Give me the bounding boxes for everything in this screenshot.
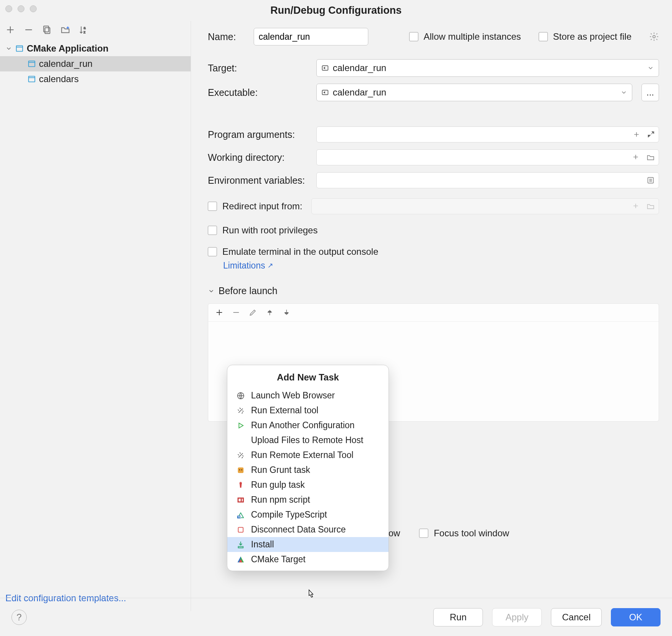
play-icon	[236, 421, 246, 430]
popup-item-label: Run External tool	[251, 405, 318, 416]
apply-button[interactable]: Apply	[492, 608, 542, 626]
prog-args-label: Program arguments:	[208, 129, 307, 140]
task-compile-typescript[interactable]: TS Compile TypeScript	[227, 507, 389, 522]
globe-icon	[236, 391, 246, 401]
checkbox-label: Store as project file	[553, 31, 632, 42]
chevron-down-icon	[5, 45, 12, 52]
before-launch-toolbar	[208, 304, 659, 322]
plus-icon	[632, 202, 640, 210]
dialog-footer: ? Run Apply Cancel OK	[0, 598, 672, 636]
checkbox-box-icon	[539, 32, 548, 41]
remove-task-icon[interactable]	[232, 308, 240, 317]
list-icon[interactable]	[646, 176, 655, 184]
svg-rect-5	[29, 61, 35, 67]
tree-item-calendar-run[interactable]: calendar_run	[0, 56, 191, 71]
task-run-grunt[interactable]: Run Grunt task	[227, 463, 389, 477]
before-launch-header[interactable]: Before launch	[208, 285, 659, 296]
env-vars-label: Environment variables:	[208, 175, 307, 186]
allow-multi-checkbox[interactable]: Allow multiple instances	[409, 31, 521, 42]
move-up-icon[interactable]	[266, 308, 274, 317]
target-label: Target:	[208, 63, 307, 74]
move-down-icon[interactable]	[282, 308, 291, 317]
store-project-checkbox[interactable]: Store as project file	[539, 31, 632, 42]
checkbox-label: Allow multiple instances	[424, 31, 521, 42]
working-dir-label: Working directory:	[208, 152, 307, 163]
popup-item-label: Install	[251, 539, 274, 550]
cancel-button[interactable]: Cancel	[551, 608, 602, 626]
focus-tool-checkbox[interactable]: Focus tool window	[419, 528, 509, 539]
cmake-app-icon	[28, 60, 36, 68]
redirect-input-checkbox[interactable]: Redirect input from:	[208, 201, 302, 212]
expand-icon[interactable]	[647, 131, 655, 138]
task-run-gulp[interactable]: Run gulp task	[227, 477, 389, 492]
chevron-down-icon	[620, 89, 627, 96]
root-priv-checkbox[interactable]: Run with root privileges	[208, 225, 317, 236]
svg-rect-15	[240, 482, 241, 482]
svg-point-14	[241, 469, 242, 470]
add-config-icon[interactable]	[5, 25, 15, 35]
task-run-remote-external-tool[interactable]: Run Remote External Tool	[227, 448, 389, 463]
task-cmake-target[interactable]: CMake Target	[227, 552, 389, 567]
popup-item-label: Disconnect Data Source	[251, 524, 346, 535]
task-upload-files[interactable]: Upload Files to Remote Host	[227, 433, 389, 448]
chevron-down-icon	[647, 65, 654, 71]
window-traffic-lights[interactable]	[5, 5, 37, 12]
ok-button[interactable]: OK	[611, 608, 661, 626]
sidebar: az CMake Application calendar_run calend…	[0, 21, 191, 611]
tree-item-label: calendar_run	[39, 58, 92, 69]
edit-task-icon[interactable]	[249, 308, 257, 317]
gulp-icon	[236, 480, 246, 490]
popup-item-label: Run Another Configuration	[251, 420, 355, 430]
tree-group-cmake[interactable]: CMake Application	[0, 41, 191, 56]
name-input[interactable]	[254, 28, 368, 45]
tree-item-label: calendars	[39, 74, 79, 84]
name-label: Name:	[208, 31, 245, 42]
task-disconnect-data-source[interactable]: Disconnect Data Source	[227, 522, 389, 537]
cmake-app-icon	[28, 75, 36, 83]
combo-value: calendar_run	[333, 63, 386, 73]
square-red-icon	[236, 525, 246, 535]
folder-icon[interactable]	[646, 153, 655, 162]
tree-item-calendars[interactable]: calendars	[0, 71, 191, 87]
remove-config-icon[interactable]	[24, 25, 34, 35]
task-run-npm[interactable]: Run npm script	[227, 492, 389, 507]
section-header-label: Before launch	[219, 285, 277, 296]
env-vars-input[interactable]	[316, 172, 659, 188]
limitations-link[interactable]: Limitations ↗	[223, 261, 273, 270]
task-install[interactable]: Install	[227, 537, 389, 552]
zoom-dot-icon[interactable]	[30, 5, 37, 12]
checkbox-label: Run with root privileges	[222, 225, 317, 236]
minimize-dot-icon[interactable]	[18, 5, 24, 12]
install-icon	[236, 540, 246, 550]
task-run-another-config[interactable]: Run Another Configuration	[227, 418, 389, 433]
add-new-task-popup: Add New Task Launch Web Browser Run Exte…	[227, 365, 389, 571]
emulate-terminal-checkbox[interactable]: Emulate terminal in the output console	[208, 246, 378, 257]
svg-point-7	[653, 36, 656, 38]
sort-az-icon[interactable]: az	[79, 25, 89, 35]
target-combo[interactable]: calendar_run	[316, 59, 659, 77]
copy-config-icon[interactable]	[42, 25, 52, 35]
run-button[interactable]: Run	[433, 608, 483, 626]
plus-icon[interactable]	[632, 153, 640, 162]
task-launch-web-browser[interactable]: Launch Web Browser	[227, 388, 389, 403]
close-dot-icon[interactable]	[5, 5, 12, 12]
help-button[interactable]: ?	[11, 610, 27, 625]
svg-rect-6	[29, 76, 35, 82]
browse-executable-button[interactable]: ...	[641, 84, 659, 101]
add-task-icon[interactable]	[215, 308, 223, 317]
executable-combo[interactable]: calendar_run	[316, 84, 632, 101]
plus-icon[interactable]	[633, 131, 640, 138]
folder-plus-icon[interactable]	[60, 25, 70, 35]
task-run-external-tool[interactable]: Run External tool	[227, 403, 389, 418]
chevron-down-icon	[208, 288, 215, 295]
svg-text:TS: TS	[238, 516, 241, 518]
config-tree[interactable]: CMake Application calendar_run calendars	[0, 41, 191, 585]
popup-item-label: CMake Target	[251, 554, 306, 565]
checkbox-box-icon	[208, 247, 217, 256]
prog-args-input[interactable]	[316, 126, 659, 142]
checkbox-label: Emulate terminal in the output console	[222, 246, 378, 257]
gear-icon[interactable]	[649, 32, 659, 42]
checkbox-box-icon	[208, 202, 217, 211]
working-dir-input[interactable]	[316, 149, 659, 165]
svg-rect-4	[16, 46, 23, 52]
